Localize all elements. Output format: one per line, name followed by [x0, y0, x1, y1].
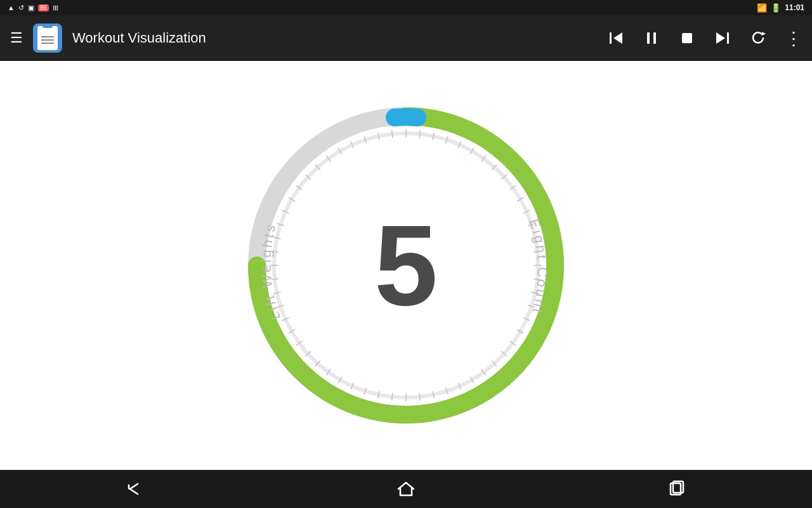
status-bar: ▲ ↺ ▣ 86 ⊞ 📶 🔋 11:01	[0, 0, 812, 15]
home-button[interactable]	[387, 476, 425, 502]
svg-marker-7	[762, 32, 766, 36]
recents-button[interactable]	[658, 476, 696, 502]
svg-marker-6	[716, 32, 725, 44]
nav-bar	[0, 470, 812, 508]
photo-icon: ▣	[28, 4, 34, 12]
pause-button[interactable]	[643, 29, 660, 47]
stop-button[interactable]	[678, 29, 696, 47]
app-bar-actions: ⋮	[607, 28, 802, 49]
svg-rect-0	[610, 32, 612, 44]
wifi-icon: 📶	[757, 3, 767, 13]
svg-rect-3	[653, 32, 656, 44]
svg-line-69	[392, 130, 393, 138]
battery-icon: 🔋	[771, 3, 781, 13]
skip-forward-button[interactable]	[714, 29, 731, 47]
status-time: 11:01	[785, 3, 804, 12]
svg-line-39	[419, 393, 420, 401]
notification-icon: ▲	[8, 4, 15, 11]
main-content: Lift Weights Eight Count 5	[0, 61, 812, 470]
status-bar-left: ▲ ↺ ▣ 86 ⊞	[8, 4, 752, 12]
skip-back-button[interactable]	[607, 29, 625, 47]
app-icon	[33, 23, 62, 53]
svg-rect-4	[682, 33, 692, 43]
svg-rect-2	[647, 32, 650, 44]
refresh-button[interactable]	[749, 29, 767, 47]
svg-marker-1	[613, 32, 622, 44]
hamburger-icon[interactable]: ☰	[10, 30, 23, 46]
more-options-button[interactable]: ⋮	[785, 28, 802, 49]
badge-icon: 86	[38, 4, 49, 11]
back-button[interactable]	[116, 476, 154, 502]
grid-icon: ⊞	[53, 4, 58, 12]
sync-icon: ↺	[18, 4, 24, 12]
status-bar-right: 📶 🔋 11:01	[757, 3, 804, 13]
svg-line-11	[419, 130, 420, 138]
center-number: 5	[374, 208, 438, 323]
app-title: Workout Visualization	[72, 30, 597, 46]
svg-rect-5	[727, 32, 729, 44]
circle-visualization: Lift Weights Eight Count 5	[228, 88, 584, 443]
svg-line-41	[392, 393, 393, 401]
app-bar: ☰ Workout Visualization	[0, 15, 812, 61]
